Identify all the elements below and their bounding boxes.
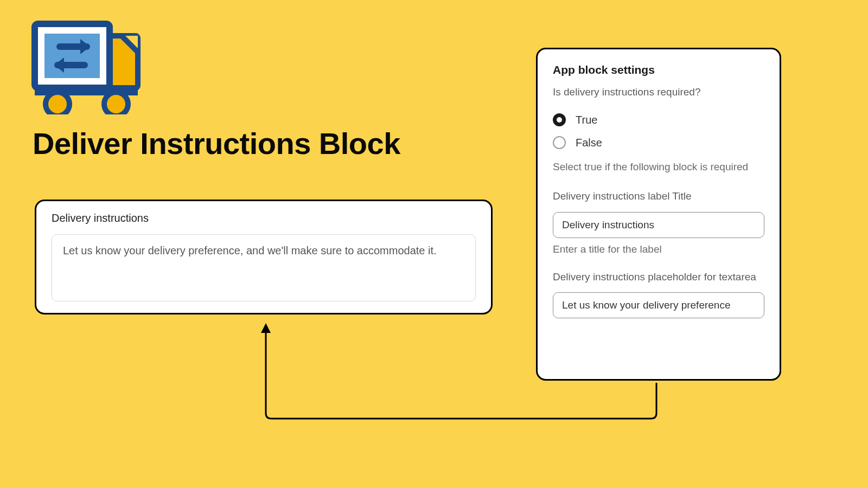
placeholder-field-label: Delivery instructions placeholder for te… [553,269,764,285]
radio-option-true[interactable]: True [553,113,764,126]
settings-question: Is delivery instructions required? [553,86,764,98]
radio-label: False [576,137,602,149]
radio-icon [553,136,566,149]
label-title-field-label: Delivery instructions label Title [553,189,764,204]
page-title: Deliver Instructions Block [33,126,400,161]
radio-label: True [576,114,597,126]
radio-option-false[interactable]: False [553,136,764,149]
svg-point-6 [46,92,69,114]
svg-rect-2 [44,34,100,78]
delivery-truck-icon [30,20,144,114]
required-helper-text: Select true if the following block is re… [553,159,764,175]
svg-marker-10 [261,323,271,333]
settings-title: App block settings [553,63,764,76]
app-block-settings-card: App block settings Is delivery instructi… [536,48,781,381]
delivery-instructions-textarea[interactable] [52,234,476,301]
placeholder-input[interactable] [553,292,764,318]
delivery-instructions-preview-card: Delivery instructions [35,200,493,314]
radio-icon [553,113,566,126]
svg-point-7 [104,92,128,114]
label-title-input[interactable] [553,212,764,238]
preview-label: Delivery instructions [52,212,476,224]
label-title-help: Enter a title for the label [553,243,764,255]
